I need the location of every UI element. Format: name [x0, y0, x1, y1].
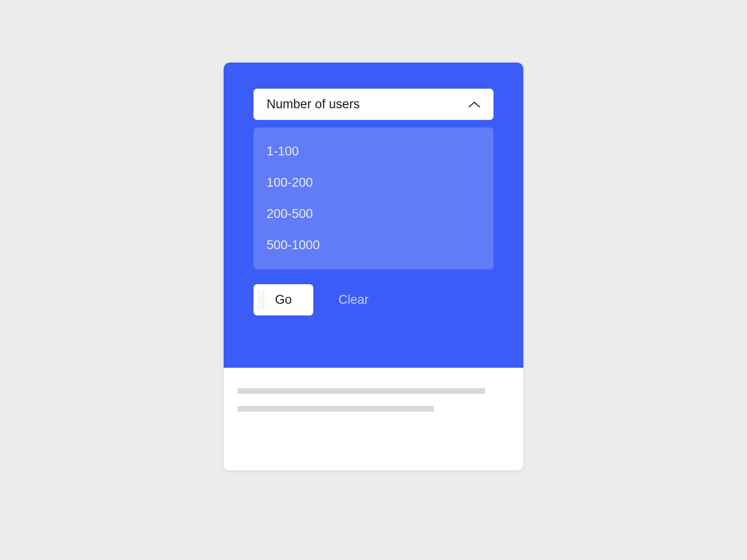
buttons-row: Go Clear — [254, 284, 493, 315]
dropdown-option-200-500[interactable]: 200-500 — [254, 198, 493, 230]
dropdown-option-500-1000[interactable]: 500-1000 — [254, 230, 493, 261]
clear-button[interactable]: Clear — [338, 293, 369, 307]
placeholder-line — [238, 406, 434, 412]
dropdown-toggle[interactable]: Number of users — [254, 89, 493, 120]
chevron-up-icon — [468, 101, 480, 108]
dropdown-label: Number of users — [267, 97, 360, 112]
card-bottom-section — [224, 368, 523, 470]
dropdown-card: Number of users 1-100 100-200 200-500 50… — [224, 63, 523, 470]
card-top-section: Number of users 1-100 100-200 200-500 50… — [224, 63, 523, 368]
go-button[interactable]: Go — [254, 284, 313, 315]
dropdown-option-100-200[interactable]: 100-200 — [254, 167, 493, 198]
placeholder-line — [238, 388, 485, 394]
dropdown-options-panel: 1-100 100-200 200-500 500-1000 — [254, 127, 493, 269]
dropdown-option-1-100[interactable]: 1-100 — [254, 136, 493, 167]
